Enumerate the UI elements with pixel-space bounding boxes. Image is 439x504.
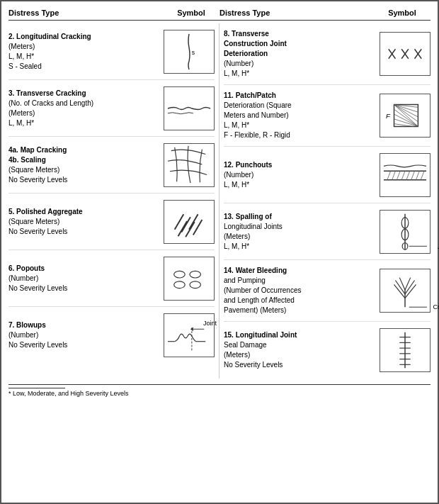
right-symbol-header: Symbol: [374, 9, 431, 17]
patch-svg: F: [380, 94, 430, 137]
list-item: 2. Longitudinal Cracking (Meters) L, M, …: [8, 23, 215, 80]
list-item: 15. Longitudinal Joint Seal Damage (Mete…: [224, 322, 431, 379]
svg-line-1: [175, 214, 184, 229]
distress-text-3: 3. Transverse Cracking (No. of Cracks an…: [8, 89, 164, 128]
svg-line-42: [416, 171, 419, 180]
list-item: 12. Punchouts (Number) L, M, H*: [224, 147, 431, 203]
transverse-crack-svg: [164, 87, 214, 130]
distress-text-5: 5. Polished Aggregate (Square Meters) No…: [8, 207, 164, 237]
svg-line-38: [397, 171, 400, 180]
svg-text:F: F: [386, 112, 391, 120]
left-header: Distress Type Symbol: [8, 9, 219, 17]
distress-text-2: 2. Longitudinal Cracking (Meters) L, M, …: [8, 32, 164, 72]
list-item: 7. Blowups (Number) No Severity Levels: [8, 307, 215, 364]
symbol-transverse-crack: [164, 86, 215, 130]
header-row: Distress Type Symbol Distress Type Symbo…: [8, 9, 431, 21]
distress-text-4: 4a. Map Cracking 4b. Scaling (Square Met…: [8, 145, 164, 185]
footer-note: * Low, Moderate, and High Severity Level…: [8, 390, 129, 397]
left-column: 2. Longitudinal Cracking (Meters) L, M, …: [8, 23, 219, 379]
svg-line-37: [392, 171, 396, 180]
content-area: 2. Longitudinal Cracking (Meters) L, M, …: [8, 23, 431, 379]
list-item: 11. Patch/Patch Deterioration (Square Me…: [224, 85, 431, 147]
svg-point-9: [174, 281, 185, 288]
distress-text-8: 8. Transverse Construction Joint Deterio…: [224, 29, 380, 79]
svg-line-36: [387, 171, 391, 180]
crack-label-14: Crack: [433, 303, 439, 310]
svg-line-4: [178, 221, 188, 236]
footer: * Low, Moderate, and High Severity Level…: [8, 384, 431, 397]
svg-text:s: s: [192, 48, 195, 55]
distress-text-7: 7. Blowups (Number) No Severity Levels: [8, 320, 164, 350]
distress-text-13: 13. Spalling of Longitudinal Joints (Met…: [224, 212, 380, 252]
svg-line-24: [394, 109, 418, 126]
punchouts-svg: [380, 154, 430, 196]
list-item: 5. Polished Aggregate (Square Meters) No…: [8, 194, 215, 250]
joint-label-7: Joint: [203, 320, 217, 327]
right-column: 8. Transverse Construction Joint Deterio…: [219, 23, 431, 379]
distress-text-14: 14. Water Bleeding and Pumping (Number o…: [224, 266, 380, 315]
distress-text-12: 12. Punchouts (Number) L, M, H*: [224, 160, 380, 190]
svg-point-7: [174, 271, 185, 278]
right-header: Distress Type Symbol: [219, 9, 431, 17]
symbol-punchouts: [380, 153, 431, 197]
svg-line-23: [394, 105, 418, 127]
svg-line-39: [401, 171, 405, 180]
popouts-svg: [164, 257, 214, 300]
distress-text-6: 6. Popouts (Number) No Severity Levels: [8, 264, 164, 293]
svg-line-3: [189, 214, 198, 229]
polished-aggregate-svg: [164, 201, 214, 243]
symbol-spalling: Joint: [380, 210, 431, 254]
water-bleeding-svg: [380, 269, 430, 312]
list-item: 3. Transverse Cracking (No. of Cracks an…: [8, 80, 215, 137]
list-item: 13. Spalling of Longitudinal Joints (Met…: [224, 203, 431, 260]
footer-divider: [8, 388, 65, 388]
svg-line-40: [406, 171, 410, 180]
distress-text-11: 11. Patch/Patch Deterioration (Square Me…: [224, 91, 380, 140]
svg-line-41: [411, 171, 415, 180]
list-item: 4a. Map Cracking 4b. Scaling (Square Met…: [8, 137, 215, 194]
svg-marker-15: [190, 327, 193, 331]
left-symbol-header: Symbol: [163, 9, 219, 17]
svg-line-43: [421, 171, 424, 180]
page: Distress Type Symbol Distress Type Symbo…: [0, 0, 439, 504]
distress-text-15: 15. Longitudinal Joint Seal Damage (Mete…: [224, 330, 380, 370]
symbol-polished-aggregate: [164, 200, 215, 244]
map-crack-svg: [164, 144, 214, 186]
list-item: 6. Popouts (Number) No Severity Levels: [8, 250, 215, 307]
svg-point-8: [190, 271, 200, 278]
symbol-map-crack: [164, 143, 215, 187]
symbol-popouts: [164, 257, 215, 301]
symbol-longitudinal-crack: s: [164, 30, 215, 74]
joint-seal-svg: [380, 329, 430, 371]
list-item: 8. Transverse Construction Joint Deterio…: [224, 23, 431, 85]
right-distress-header: Distress Type: [219, 9, 374, 17]
symbol-blowups: Joint: [164, 313, 215, 357]
longitudinal-crack-svg: s: [164, 30, 214, 73]
symbol-water-bleeding: Crack: [380, 269, 431, 313]
list-item: 14. Water Bleeding and Pumping (Number o…: [224, 260, 431, 322]
spalling-svg: [380, 211, 430, 253]
construction-joint-svg: [380, 33, 430, 75]
symbol-patch: F: [380, 94, 431, 138]
symbol-construction-joint: [380, 32, 431, 76]
symbol-joint-seal: [380, 328, 431, 372]
left-distress-header: Distress Type: [8, 9, 163, 17]
svg-point-10: [190, 281, 200, 288]
